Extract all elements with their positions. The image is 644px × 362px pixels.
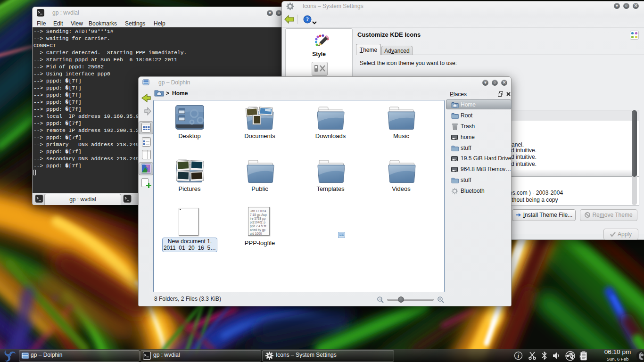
svg-text:i: i: [518, 353, 520, 359]
svg-text:?: ?: [306, 16, 309, 23]
